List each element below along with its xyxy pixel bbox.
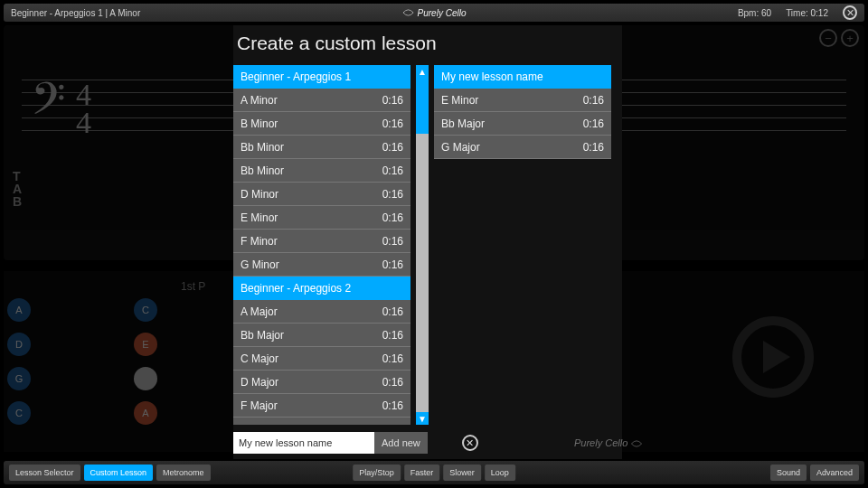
lesson-row[interactable]: B Minor0:16	[233, 112, 410, 136]
bottom-toolbar: Lesson SelectorCustom LessonMetronome Pl…	[4, 461, 864, 484]
lesson-row[interactable]: G Major0:16	[434, 136, 611, 159]
lesson-row[interactable]: F Minor0:16	[233, 230, 410, 253]
scroll-down-icon[interactable]: ▼	[416, 412, 429, 425]
lesson-row[interactable]: G Major0:16	[233, 418, 410, 425]
zoom-out-icon[interactable]: −	[819, 29, 837, 47]
tab-label: TAB	[13, 170, 22, 208]
lesson-row[interactable]: Bb Major0:16	[233, 324, 410, 347]
lesson-row[interactable]: Bb Minor0:16	[233, 136, 410, 159]
zoom-in-icon[interactable]: +	[841, 29, 859, 47]
note-dot: C	[7, 401, 31, 425]
add-new-button[interactable]: Add new	[374, 432, 428, 454]
lesson-row[interactable]: Bb Minor0:16	[233, 159, 410, 183]
custom-lesson-button[interactable]: Custom Lesson	[84, 465, 154, 481]
loop-button[interactable]: Loop	[485, 465, 515, 481]
note-dot: A	[7, 298, 31, 322]
category-header: Beginner - Arpeggios 1	[233, 65, 410, 89]
lesson-row[interactable]: Bb Major0:16	[434, 112, 611, 136]
lesson-row[interactable]: A Minor0:16	[233, 89, 410, 112]
play-stop-button[interactable]: Play/Stop	[353, 465, 401, 481]
note-dot: C	[134, 298, 157, 322]
lesson-row[interactable]: F Major0:16	[233, 394, 410, 418]
scrollbar[interactable]: ▲ ▼	[416, 65, 429, 425]
note-dot: G	[7, 367, 31, 390]
custom-lesson-header: My new lesson name	[434, 65, 611, 89]
note-dot	[134, 367, 157, 390]
position-label: 1st P	[181, 280, 205, 293]
note-dot: E	[134, 333, 157, 356]
lesson-title: Beginner - Arpeggios 1 | A Minor	[11, 8, 140, 18]
lesson-row[interactable]: A Major0:16	[233, 300, 410, 324]
note-dot: A	[134, 401, 157, 425]
close-icon[interactable]: ✕	[843, 5, 857, 20]
custom-lesson-modal: Create a custom lesson Beginner - Arpegg…	[233, 25, 622, 459]
sound-button[interactable]: Sound	[770, 465, 807, 481]
footer-logo: Purely Cello	[574, 437, 643, 448]
bpm-display: Bpm: 60	[738, 8, 771, 18]
scroll-thumb[interactable]	[416, 78, 429, 134]
lesson-selector-button[interactable]: Lesson Selector	[9, 465, 80, 481]
play-icon[interactable]	[732, 316, 814, 398]
lesson-row[interactable]: D Minor0:16	[233, 183, 410, 206]
time-signature: 44	[76, 81, 91, 136]
lesson-row[interactable]: E Minor0:16	[233, 206, 410, 230]
source-lesson-list[interactable]: Beginner - Arpeggios 1A Minor0:16B Minor…	[233, 65, 410, 425]
modal-title: Create a custom lesson	[233, 25, 622, 65]
lesson-row[interactable]: E Minor0:16	[434, 89, 611, 112]
lesson-row[interactable]: C Major0:16	[233, 347, 410, 371]
lesson-row[interactable]: D Major0:16	[233, 371, 410, 394]
time-display: Time: 0:12	[786, 8, 828, 18]
faster-button[interactable]: Faster	[404, 465, 440, 481]
lesson-row[interactable]: G Minor0:16	[233, 253, 410, 277]
category-header: Beginner - Arpeggios 2	[233, 277, 410, 300]
bass-clef-icon: 𝄢	[31, 74, 66, 136]
scroll-track[interactable]	[416, 78, 429, 412]
slower-button[interactable]: Slower	[443, 465, 481, 481]
modal-close-icon[interactable]: ✕	[462, 435, 478, 451]
app-logo: Purely Cello	[402, 8, 467, 18]
target-lesson-list[interactable]: My new lesson nameE Minor0:16Bb Major0:1…	[434, 65, 611, 425]
advanced-button[interactable]: Advanced	[810, 465, 859, 481]
metronome-button[interactable]: Metronome	[156, 465, 211, 481]
lesson-name-input[interactable]	[233, 432, 374, 454]
scroll-up-icon[interactable]: ▲	[416, 65, 429, 78]
note-dot: D	[7, 333, 31, 356]
top-bar: Beginner - Arpeggios 1 | A Minor Purely …	[4, 4, 864, 22]
